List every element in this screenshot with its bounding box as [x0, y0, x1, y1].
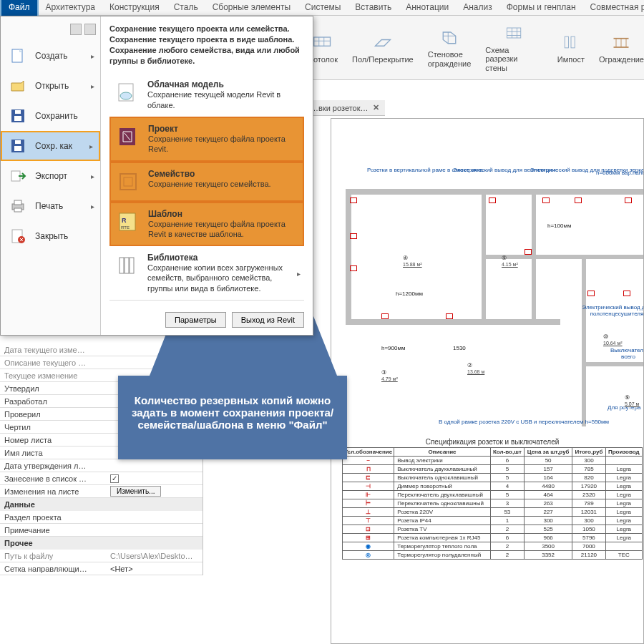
svg-rect-39 [124, 177, 132, 186]
svg-rect-7 [507, 28, 520, 38]
room-area: 10.64 м² [603, 341, 623, 346]
prop-section[interactable]: Данные [0, 498, 203, 511]
tab-steel[interactable]: Сталь [167, 0, 205, 15]
tab-file[interactable]: Файл [0, 0, 39, 16]
file-menu-right: Сохранение текущего проекта или семейств… [101, 16, 313, 335]
prop-row[interactable]: Изменения на листеИзменить... [0, 485, 203, 498]
spec-col: Кол-во,шт [490, 448, 524, 457]
plan-dim: h=1200мм [396, 291, 423, 297]
file-save-label: Сохранить [35, 111, 78, 121]
saveas-cloud[interactable]: Облачная модельСохранение текущей модели… [109, 73, 304, 117]
plan-dim: h=100мм [547, 223, 571, 229]
file-print-label: Печать [35, 201, 63, 211]
ribbon-mullion-button[interactable]: Импост [557, 32, 585, 64]
svg-rect-26 [15, 140, 21, 144]
svg-rect-30 [14, 208, 21, 212]
tab-prefab[interactable]: Сборные элементы [205, 0, 298, 15]
ribbon-tabs: Файл Архитектура Конструкция Сталь Сборн… [0, 0, 644, 16]
file-close[interactable]: Закрыть [1, 221, 100, 251]
edit-button[interactable]: Изменить... [110, 486, 161, 497]
spec-row: ⊓Выключатель двухклавишный5157785Legra [343, 465, 643, 474]
saveas-family-title: Семейство [148, 169, 271, 179]
saveas-project[interactable]: ПроектСохранение текущего файла проекта … [109, 117, 304, 162]
tab-construction[interactable]: Конструкция [102, 0, 167, 15]
room-area: 4.15 м² [502, 262, 518, 267]
file-menu-footer: Параметры Выход из Revit [109, 300, 304, 328]
file-menu-toolbar [1, 24, 100, 41]
tab-annotations[interactable]: Аннотации [399, 0, 456, 15]
svg-text:R: R [122, 217, 127, 224]
file-new[interactable]: Создать [1, 41, 100, 71]
saveas-family[interactable]: СемействоСохранение текущего семейства. [109, 162, 304, 202]
prop-row[interactable]: Сетка направляющи…<Нет> [0, 562, 203, 575]
room-area: 4.79 м² [381, 376, 398, 381]
file-menu-left: Создать Открыть Сохранить Сохр. как Эксп… [1, 16, 101, 335]
spec-row: ⊢Переключатель одноклавишный3263789Legra [343, 499, 643, 508]
ribbon-floor-label: Пол/Перекрытие [352, 55, 414, 64]
spec-row: ⊥Розетка 220V5322712031Legra [343, 508, 643, 517]
saveas-library-sub: Сохранение копии всех загруженных семейс… [147, 263, 299, 293]
spec-row: ⊏Выключатель одноклавишный5164820Legra [343, 474, 643, 482]
tab-analysis[interactable]: Анализ [456, 0, 499, 15]
file-export[interactable]: Экспорт [1, 161, 100, 191]
spec-row: ⊡Розетка TV25251050Legra [343, 525, 643, 534]
saveas-template-sub: Сохранение текущего файла проекта Revit … [148, 219, 298, 240]
file-open[interactable]: Открыть [1, 71, 100, 101]
svg-rect-25 [14, 146, 21, 151]
svg-rect-13 [571, 36, 575, 48]
drawing-canvas[interactable]: Розетки в вертикальной раме в откосе окн… [331, 118, 644, 644]
floor-plan: Розетки в вертикальной раме в откосе окн… [338, 147, 644, 448]
exit-revit-button[interactable]: Выход из Revit [232, 312, 304, 328]
svg-rect-38 [120, 174, 136, 190]
prop-row[interactable]: Примечание [0, 524, 203, 537]
spec-col: Описание [394, 448, 491, 457]
room-area: 13.68 м [467, 369, 484, 374]
spec-row: ⊩Переключатель двухклавишный54642320Legr… [343, 491, 643, 499]
checkbox[interactable]: ✓ [110, 474, 119, 483]
close-tab-icon[interactable]: ✕ [373, 103, 379, 112]
tab-insert[interactable]: Вставить [348, 0, 399, 15]
prop-row[interactable]: Занесение в список …✓ [0, 472, 203, 485]
open-docs-icon[interactable] [84, 24, 96, 35]
file-open-label: Открыть [35, 81, 69, 91]
ribbon-floor-button[interactable]: Пол/Перекрытие [352, 32, 414, 64]
plan-dim: 1530 [453, 345, 466, 351]
plan-note: h=600мм вар.панел [596, 170, 644, 177]
prop-row[interactable]: Раздел проекта [0, 511, 203, 524]
saveas-cloud-title: Облачная модель [147, 79, 299, 89]
file-print[interactable]: Печать [1, 191, 100, 221]
ribbon-curtainwall-button[interactable]: Стеновое ограждение [428, 27, 472, 67]
file-save[interactable]: Сохранить [1, 101, 100, 131]
options-button[interactable]: Параметры [165, 312, 226, 328]
tab-collab[interactable]: Совместная ра [583, 0, 644, 15]
saveas-library-title: Библиотека [147, 253, 299, 263]
svg-rect-44 [125, 258, 129, 273]
ribbon-curtaingrid-button[interactable]: Схема разрезки стены [485, 23, 543, 72]
svg-text:RTE: RTE [121, 225, 130, 230]
plan-note: В одной рамке розетка 220V с USB и перек… [439, 419, 609, 426]
spec-col: Итого,руб [572, 448, 605, 457]
file-saveas[interactable]: Сохр. как [1, 131, 100, 161]
svg-rect-12 [565, 36, 568, 48]
annotation-callout: Количество резервных копий можно задать … [118, 376, 347, 459]
tab-systems[interactable]: Системы [298, 0, 348, 15]
file-new-label: Создать [35, 51, 68, 61]
plan-dim: h=900мм [381, 345, 405, 351]
file-menu-description: Сохранение текущего проекта или семейств… [109, 24, 304, 66]
ribbon-railing-label: Ограждение [599, 55, 644, 64]
prop-row[interactable]: Дата утверждения л… [0, 459, 203, 472]
spec-title: Спецификация розеток и выключателей [342, 438, 643, 446]
svg-rect-43 [119, 258, 124, 273]
svg-rect-29 [14, 200, 21, 205]
recent-docs-icon[interactable] [70, 24, 82, 35]
saveas-template-title: Шаблон [148, 209, 298, 219]
tab-architecture[interactable]: Архитектура [39, 0, 103, 15]
ribbon-mullion-label: Импост [557, 55, 585, 64]
prop-row[interactable]: Путь к файлуC:\Users\Alex\Deskto… [0, 550, 203, 562]
saveas-template[interactable]: RRTEШаблонСохранение текущего файла прое… [109, 202, 304, 247]
svg-rect-22 [14, 116, 21, 121]
saveas-library[interactable]: БиблиотекаСохранение копии всех загружен… [109, 246, 304, 300]
prop-section[interactable]: Прочее [0, 537, 203, 550]
tab-massing[interactable]: Формы и генплан [499, 0, 583, 15]
ribbon-railing-button[interactable]: Ограждение [599, 32, 644, 64]
